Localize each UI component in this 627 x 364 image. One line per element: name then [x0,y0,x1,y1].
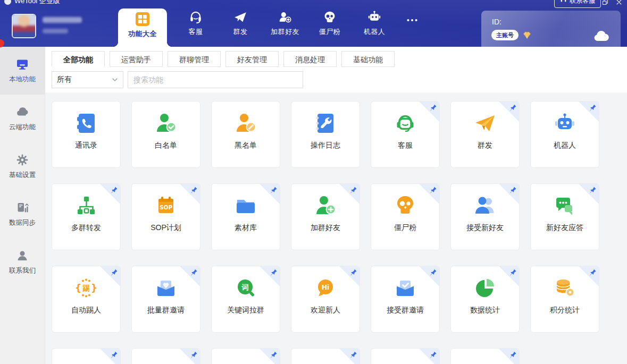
feature-card-label: 操作日志 [311,141,340,150]
topnav-item-加群好友[interactable]: 加群好友 [263,10,307,37]
feature-card-partial[interactable] [52,348,121,364]
pin-icon[interactable] [190,351,198,359]
account-userbox[interactable] [12,14,118,40]
pin-icon[interactable] [589,186,597,194]
feature-card-素材库[interactable]: 素材库 [211,183,280,250]
feature-card-僵尸粉[interactable]: 僵尸粉 [371,183,440,250]
pin-icon[interactable] [429,186,437,194]
main-content: 全部功能运营助手群聊管理好友管理消息处理基础功能 所有 通讯录白名单黑名单操作日… [45,47,627,364]
sidebar-item-label: 数据同步 [9,218,36,227]
search-input[interactable] [128,71,303,88]
close-window-icon[interactable] [615,0,623,8]
pin-icon[interactable] [270,186,278,194]
pin-icon[interactable] [270,351,278,359]
topnav-item-label: 加群好友 [263,27,307,37]
sidebar: 本地功能云端功能基础设置数据同步联系我们 [0,47,45,364]
tab-好友管理[interactable]: 好友管理 [225,51,279,67]
pin-icon[interactable] [190,186,198,194]
feature-card-积分统计[interactable]: 积分统计 [530,266,599,333]
feature-card-群发[interactable]: 群发 [450,101,520,168]
avatar[interactable] [12,14,36,38]
pin-icon[interactable] [589,104,597,112]
feature-card-label: 关键词拉群 [227,306,264,315]
feature-card-label: 新好友应答 [546,223,583,233]
feature-card-批量群邀请[interactable]: 批量群邀请 [131,266,200,333]
topnav-item-功能大全[interactable]: 功能大全 [118,9,167,47]
sidebar-item-联系我们[interactable]: 联系我们 [0,238,45,286]
filter-dropdown-value: 所有 [57,75,72,84]
sidebar-item-基础设置[interactable]: 基础设置 [0,142,45,190]
topnav-item-label: 功能大全 [118,29,167,39]
svg-text:Hi: Hi [322,283,330,291]
feature-card-label: 群发 [478,141,492,150]
pin-icon[interactable] [349,268,357,276]
pin-icon[interactable] [509,268,517,276]
tab-全部功能[interactable]: 全部功能 [52,51,105,67]
feature-card-接受新好友[interactable]: 接受新好友 [450,183,520,250]
topnav-item-客服[interactable]: 客服 [173,10,218,37]
feature-card-多群转发[interactable]: 多群转发 [52,183,121,250]
topnav-item-僵尸粉[interactable]: 僵尸粉 [307,10,352,37]
feature-card-partial[interactable] [371,348,440,364]
tab-运营助手[interactable]: 运营助手 [110,51,163,67]
sidebar-item-本地功能[interactable]: 本地功能 [0,47,45,95]
feature-card-label: 欢迎新人 [311,306,340,315]
feature-card-partial[interactable] [131,348,200,364]
blacklist-icon [233,111,258,136]
feature-card-label: 机器人 [554,141,576,150]
feature-card-partial[interactable] [291,348,360,364]
feature-card-partial[interactable] [211,348,280,364]
welcome-new-icon: Hi [313,275,338,301]
pin-icon[interactable] [589,268,597,276]
pin-icon[interactable] [429,351,437,359]
pin-icon[interactable] [349,186,357,194]
feature-card-接受群邀请[interactable]: 接受群邀请 [371,266,440,333]
wetool-app-window: WeTool 企业版 功能大全客服群发加群好友僵尸粉机器人 联系客服 ID: 主… [0,0,627,364]
monitor-icon [16,58,29,71]
feature-card-数据统计[interactable]: 数据统计 [450,266,520,333]
filter-dropdown[interactable]: 所有 [52,71,123,88]
sidebar-item-云端功能[interactable]: 云端功能 [0,95,45,142]
pin-icon[interactable] [429,104,437,112]
sidebar-item-数据同步[interactable]: 数据同步 [0,190,45,238]
feature-card-白名单[interactable]: 白名单 [131,101,200,168]
pin-icon[interactable] [110,351,118,359]
topnav-item-机器人[interactable]: 机器人 [352,10,397,37]
feature-card-新好友应答[interactable]: 新好友应答 [530,183,599,250]
restore-window-icon[interactable] [601,0,609,8]
topnav-item-more[interactable] [398,13,427,28]
feature-card-通讯录[interactable]: 通讯录 [52,101,121,168]
feature-card-加群好友[interactable]: 加群好友 [291,183,360,250]
feature-card-黑名单[interactable]: 黑名单 [211,101,280,168]
pin-icon[interactable] [509,186,517,194]
feature-card-SOP计划[interactable]: SOPSOP计划 [131,183,200,250]
id-label: ID: [492,18,501,26]
feature-card-自动踢人[interactable]: {}踢自动踢人 [52,266,121,333]
tab-群聊管理[interactable]: 群聊管理 [168,51,221,67]
feature-card-操作日志[interactable]: 操作日志 [291,101,360,168]
material-library-icon [233,193,258,218]
pin-icon[interactable] [110,186,118,194]
batch-group-invite-icon [153,275,179,301]
pin-icon[interactable] [429,268,437,276]
pin-icon[interactable] [509,351,517,359]
pin-icon[interactable] [270,268,278,276]
pin-icon[interactable] [349,351,357,359]
feature-card-客服[interactable]: 客服 [371,101,440,168]
feature-card-欢迎新人[interactable]: Hi欢迎新人 [291,266,360,333]
feature-card-机器人[interactable]: 机器人 [530,101,599,168]
paper-plane-icon [233,10,247,24]
tab-消息处理[interactable]: 消息处理 [283,51,337,67]
pin-icon[interactable] [110,268,118,276]
new-friend-reply-icon [552,193,578,218]
feature-card-label: 自动踢人 [71,306,101,315]
topnav-item-群发[interactable]: 群发 [218,10,263,37]
feature-card-partial[interactable] [450,348,520,364]
feature-card-label: SOP计划 [151,223,181,233]
contact-support-button[interactable]: 联系客服 [554,0,601,8]
account-subtitle-blurred [43,29,68,33]
tab-基础功能[interactable]: 基础功能 [341,51,395,67]
pin-icon[interactable] [509,104,517,112]
feature-card-关键词拉群[interactable]: 词关键词拉群 [211,266,280,333]
pin-icon[interactable] [190,268,198,276]
